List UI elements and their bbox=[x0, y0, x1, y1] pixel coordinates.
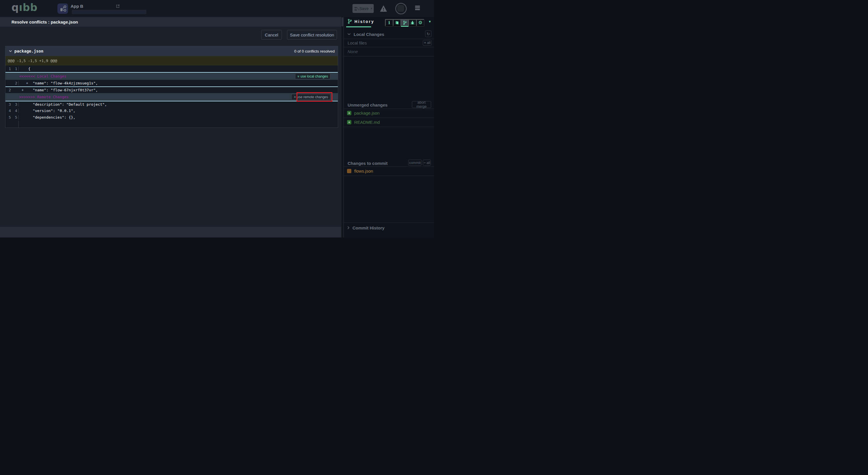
file-row[interactable]: +README.md bbox=[344, 118, 434, 127]
tab-history-button[interactable] bbox=[401, 19, 408, 26]
diff-row: 11 { bbox=[5, 65, 338, 72]
sidebar-tab-group: i bbox=[385, 19, 424, 26]
sidebar-tab-header: History i bbox=[344, 17, 434, 28]
file-name: package.json bbox=[354, 111, 379, 115]
hunk-header: @@@ -1,5 -1,5 +1,9 @@@ bbox=[5, 56, 338, 65]
app-root: qıbb App B bbox=[0, 0, 434, 237]
info-icon: i bbox=[389, 20, 390, 25]
top-header: qıbb App B bbox=[0, 0, 434, 17]
added-file-icon: + bbox=[347, 111, 351, 115]
local-files-row: Local files +all bbox=[344, 39, 434, 47]
local-files-empty: None bbox=[348, 49, 358, 54]
modal-footer-strip bbox=[0, 227, 341, 237]
git-branch-icon bbox=[348, 19, 352, 24]
file-row[interactable]: flows.json bbox=[344, 167, 434, 176]
qibb-logo: qıbb bbox=[11, 2, 38, 13]
tab-settings-button[interactable]: ⚙ bbox=[416, 19, 424, 26]
file-name: flows.json bbox=[354, 169, 373, 174]
conflicts-resolved-status: 0 of 0 conflicts resolved bbox=[294, 49, 335, 53]
gear-icon: ⚙ bbox=[418, 20, 422, 25]
history-sidebar: History i bbox=[344, 17, 434, 237]
diff-code-text: "description": "Default project", bbox=[19, 102, 107, 107]
app-flow-icon[interactable] bbox=[57, 3, 68, 14]
modified-file-icon bbox=[347, 169, 351, 173]
save-dropdown-caret[interactable]: ▼ bbox=[369, 6, 374, 11]
cancel-button[interactable]: Cancel bbox=[261, 30, 282, 40]
main-scrollbar-track[interactable] bbox=[341, 17, 344, 237]
commit-history-title: Commit History bbox=[352, 226, 384, 230]
unstage-all-button[interactable]: −all bbox=[423, 160, 431, 166]
double-chevron-icon: » bbox=[293, 96, 296, 98]
diff-row: >>>>>>> Remote Changes»use remote change… bbox=[5, 93, 338, 101]
tab-debug-button[interactable] bbox=[408, 19, 416, 26]
app-subtitle-redacted bbox=[72, 10, 146, 14]
diff-row: 55 "dependencies": {}, bbox=[5, 114, 338, 121]
tab-help-button[interactable] bbox=[393, 19, 401, 26]
sidebar-title: History bbox=[354, 19, 374, 24]
diff-code-text: { bbox=[19, 67, 30, 71]
local-files-label: Local files bbox=[348, 40, 367, 46]
diff-code-text: <<<<<<< Local Changes bbox=[19, 74, 66, 79]
save-button[interactable]: Save ▼ bbox=[352, 4, 374, 13]
diff-file-name: package.json bbox=[14, 49, 43, 53]
git-branch-icon bbox=[403, 21, 407, 25]
sidebar-title-wrap: History bbox=[348, 19, 374, 24]
changes-to-commit-header: Changes to commit commit −all bbox=[344, 160, 434, 167]
avatar-placeholder bbox=[397, 5, 404, 12]
tab-overflow-caret[interactable]: ▼ bbox=[427, 20, 433, 24]
warning-icon[interactable] bbox=[380, 5, 387, 12]
main-menu-icon[interactable] bbox=[415, 6, 420, 11]
diff-row: 33 "description": "Default project", bbox=[5, 101, 338, 108]
user-avatar[interactable] bbox=[395, 3, 407, 14]
abort-merge-button[interactable]: abort merge bbox=[412, 101, 431, 108]
save-label: Save bbox=[360, 6, 369, 11]
unmerged-changes-title: Unmerged changes bbox=[348, 102, 388, 108]
diff-code-text: "dependencies": {}, bbox=[19, 115, 75, 119]
refresh-button[interactable]: ↻ bbox=[425, 30, 431, 37]
diff-panel: package.json 0 of 0 conflicts resolved @… bbox=[5, 46, 338, 128]
diff-rows: 11 {<<<<<<< Local Changes»use local chan… bbox=[5, 65, 338, 121]
commit-button[interactable]: commit bbox=[408, 160, 422, 166]
use-remote-changes-button[interactable]: »use remote changes bbox=[291, 94, 330, 100]
deploy-nodes-icon bbox=[354, 6, 360, 11]
page-title: Resolve conflicts : package.json bbox=[11, 20, 78, 24]
resolve-conflicts-header: Resolve conflicts : package.json bbox=[0, 17, 341, 27]
changes-to-commit-title: Changes to commit bbox=[348, 161, 388, 166]
file-name: README.md bbox=[354, 120, 380, 125]
use-local-changes-button[interactable]: »use local changes bbox=[295, 73, 330, 79]
diff-row: <<<<<<< Local Changes»use local changes bbox=[5, 72, 338, 80]
collapse-chevron-icon[interactable] bbox=[9, 50, 12, 52]
commit-file-list: flows.json bbox=[344, 167, 434, 176]
commit-history-header[interactable]: Commit History bbox=[344, 224, 434, 232]
diff-code-text: >>>>>>> Remote Changes bbox=[19, 95, 69, 99]
chevron-down-icon bbox=[347, 33, 351, 35]
double-chevron-icon: » bbox=[297, 75, 300, 77]
chevron-right-icon bbox=[347, 226, 350, 230]
active-tab-underline bbox=[346, 26, 371, 27]
diff-code-text: "version": "0.0.1", bbox=[19, 109, 75, 113]
diff-empty-area bbox=[5, 121, 338, 127]
book-icon bbox=[395, 21, 399, 25]
minus-icon: − bbox=[424, 161, 426, 165]
external-link-icon[interactable] bbox=[116, 4, 120, 8]
diff-row: 2 + "name": "flow-67njxrf0t37vr", bbox=[5, 86, 338, 93]
file-row[interactable]: +package.json bbox=[344, 109, 434, 118]
diff-row: 2 + "name": "flow-4k4zjzmsueg1s", bbox=[5, 80, 338, 86]
diff-code-text: + "name": "flow-4k4zjzmsueg1s", bbox=[19, 81, 98, 85]
stage-all-button[interactable]: +all bbox=[423, 40, 432, 46]
diff-file-header[interactable]: package.json 0 of 0 conflicts resolved bbox=[5, 46, 338, 56]
diff-row: 44 "version": "0.0.1", bbox=[5, 108, 338, 114]
bug-icon bbox=[410, 21, 414, 25]
merge-editor-main: Resolve conflicts : package.json Cancel … bbox=[0, 17, 341, 237]
diff-code-text: + "name": "flow-67njxrf0t37vr", bbox=[19, 88, 98, 92]
local-changes-header[interactable]: Local Changes ↻ bbox=[344, 30, 434, 39]
plus-icon: + bbox=[424, 41, 426, 45]
refresh-icon: ↻ bbox=[427, 32, 430, 36]
save-conflict-resolution-button[interactable]: Save conflict resolution bbox=[287, 30, 337, 40]
tab-info-button[interactable]: i bbox=[385, 19, 393, 26]
app-title: App B bbox=[71, 4, 83, 9]
main-scrollbar-thumb[interactable] bbox=[342, 17, 343, 26]
unmerged-changes-header: Unmerged changes abort merge bbox=[344, 101, 434, 109]
local-changes-title: Local Changes bbox=[353, 32, 384, 37]
added-file-icon: + bbox=[347, 120, 351, 124]
